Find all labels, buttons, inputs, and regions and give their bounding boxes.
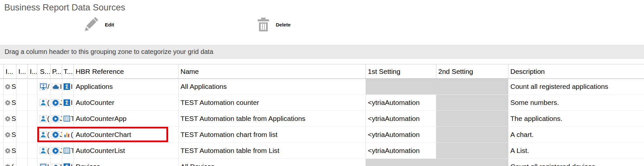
cell-2nd-setting[interactable]	[436, 111, 508, 126]
cell-i2[interactable]	[16, 79, 28, 94]
cell-1st-setting[interactable]: <ytriaAutomation	[366, 95, 436, 110]
column-header-hbr-reference[interactable]: HBR Reference	[74, 64, 179, 78]
cell-process[interactable]: J	[50, 127, 62, 142]
cell-i3[interactable]	[28, 143, 37, 158]
cell-source[interactable]: (	[37, 143, 50, 158]
cell-script[interactable]: S	[4, 143, 16, 158]
cell-process[interactable]: I	[50, 159, 62, 166]
gear-icon	[5, 164, 11, 166]
delete-button[interactable]: Delete	[256, 17, 291, 32]
cell-process[interactable]: J	[50, 95, 62, 110]
cell-source[interactable]: I	[37, 159, 50, 166]
cell-1st-setting[interactable]: <ytriaAutomation	[366, 111, 436, 126]
cell-type[interactable]: ΣI	[62, 95, 74, 110]
cell-name[interactable]: All Applications	[179, 79, 366, 94]
cell-description[interactable]: A chart.	[508, 127, 644, 142]
column-header-i-1[interactable]: I...	[4, 64, 16, 78]
table-row[interactable]: S/IΣIApplicationsAll ApplicationsCount a…	[0, 79, 644, 95]
cell-script[interactable]: S	[4, 95, 16, 110]
cell-source[interactable]: (	[37, 111, 50, 126]
cell-source[interactable]: (	[37, 95, 50, 110]
column-header-2nd-setting[interactable]: 2nd Setting	[436, 64, 508, 78]
column-header-p[interactable]: P...	[50, 64, 62, 78]
grouping-zone[interactable]: Drag a column header to this grouping zo…	[0, 45, 644, 59]
cell-process[interactable]: I	[50, 79, 62, 94]
clipped-cell-text: (	[11, 163, 14, 166]
cell-script[interactable]: S	[4, 127, 16, 142]
cell-source[interactable]: (	[37, 127, 50, 142]
column-header-i-3[interactable]: I...	[28, 64, 37, 78]
cell-hbr-reference[interactable]: AutoCounterApp	[74, 111, 179, 126]
gear-icon	[5, 116, 11, 122]
grid-header-row: I...I...I...S...P...T...HBR ReferenceNam…	[0, 64, 644, 79]
edit-button[interactable]: Edit	[85, 16, 114, 33]
cell-script[interactable]: S	[4, 111, 16, 126]
cell-name[interactable]: TEST Automation counter	[179, 95, 366, 110]
column-header-description[interactable]: Description	[508, 64, 644, 78]
cell-i3[interactable]	[28, 111, 37, 126]
data-grid: I...I...I...S...P...T...HBR ReferenceNam…	[0, 64, 644, 166]
cell-hbr-reference[interactable]: Devices	[74, 159, 179, 166]
cell-name[interactable]: TEST Automation table from Applications	[179, 111, 366, 126]
cell-1st-setting[interactable]	[366, 79, 436, 94]
table-row[interactable]: S(J(AutoCounterChartTEST Automation char…	[0, 127, 644, 143]
cell-description[interactable]: The applications.	[508, 111, 644, 126]
cell-2nd-setting[interactable]	[436, 159, 508, 166]
table-row[interactable]: (IIΣIDevicesAll DevicesCount all registe…	[0, 159, 644, 166]
clipped-cell-text: (	[47, 115, 49, 123]
table-row[interactable]: S(JTAutoCounterAppTEST Automation table …	[0, 111, 644, 127]
cell-description[interactable]: A List.	[508, 143, 644, 158]
table-row[interactable]: S(JΣIAutoCounterTEST Automation counter<…	[0, 95, 644, 111]
cell-gutter	[0, 127, 4, 142]
cell-i2[interactable]	[16, 143, 28, 158]
clipped-cell-text: (	[71, 131, 73, 139]
cell-hbr-reference[interactable]: Applications	[74, 79, 179, 94]
cell-hbr-reference[interactable]: AutoCounterList	[74, 143, 179, 158]
column-header-i-2[interactable]: I...	[16, 64, 28, 78]
cell-type[interactable]: ΣI	[62, 79, 74, 94]
cell-2nd-setting[interactable]	[436, 95, 508, 110]
cell-type[interactable]: T	[62, 111, 74, 126]
cell-1st-setting[interactable]: <ytriaAutomation	[366, 127, 436, 142]
cell-2nd-setting[interactable]	[436, 79, 508, 94]
cell-i2[interactable]	[16, 95, 28, 110]
cell-type[interactable]: ΣI	[62, 159, 74, 166]
clipped-cell-text: (	[47, 131, 49, 139]
cell-description[interactable]: Some numbers.	[508, 95, 644, 110]
cell-name[interactable]: All Devices	[179, 159, 366, 166]
cell-hbr-reference[interactable]: AutoCounter	[74, 95, 179, 110]
cell-name[interactable]: TEST Automation chart from list	[179, 127, 366, 142]
cell-hbr-reference[interactable]: AutoCounterChart	[74, 127, 179, 142]
column-header-s[interactable]: S...	[37, 64, 50, 78]
cell-i3[interactable]	[28, 159, 37, 166]
page-title: Business Report Data Sources	[4, 3, 125, 13]
clipped-cell-text: I	[71, 83, 73, 91]
cell-1st-setting[interactable]: <ytriaAutomation	[366, 143, 436, 158]
cell-i3[interactable]	[28, 79, 37, 94]
cell-description[interactable]: Count all registered devices	[508, 159, 644, 166]
column-header-1st-setting[interactable]: 1st Setting	[366, 64, 436, 78]
cell-process[interactable]: J	[50, 143, 62, 158]
cell-i3[interactable]	[28, 95, 37, 110]
column-header-t[interactable]: T...	[62, 64, 74, 78]
cell-source[interactable]: /	[37, 79, 50, 94]
column-header-name[interactable]: Name	[179, 64, 366, 78]
cell-i3[interactable]	[28, 127, 37, 142]
cell-name[interactable]: TEST Automation table from List	[179, 143, 366, 158]
cell-1st-setting[interactable]	[366, 159, 436, 166]
table-row[interactable]: S(JTAutoCounterListTEST Automation table…	[0, 143, 644, 159]
table-icon	[64, 147, 70, 154]
cell-script[interactable]: (	[4, 159, 16, 166]
cell-description[interactable]: Count all registered applications	[508, 79, 644, 94]
trash-icon	[256, 17, 271, 32]
delete-button-label: Delete	[276, 22, 291, 27]
cell-type[interactable]: (	[62, 127, 74, 142]
cell-type[interactable]: T	[62, 143, 74, 158]
cell-2nd-setting[interactable]	[436, 143, 508, 158]
cell-process[interactable]: J	[50, 111, 62, 126]
cell-i2[interactable]	[16, 127, 28, 142]
cell-2nd-setting[interactable]	[436, 127, 508, 142]
cell-script[interactable]: S	[4, 79, 16, 94]
cell-i2[interactable]	[16, 159, 28, 166]
cell-i2[interactable]	[16, 111, 28, 126]
